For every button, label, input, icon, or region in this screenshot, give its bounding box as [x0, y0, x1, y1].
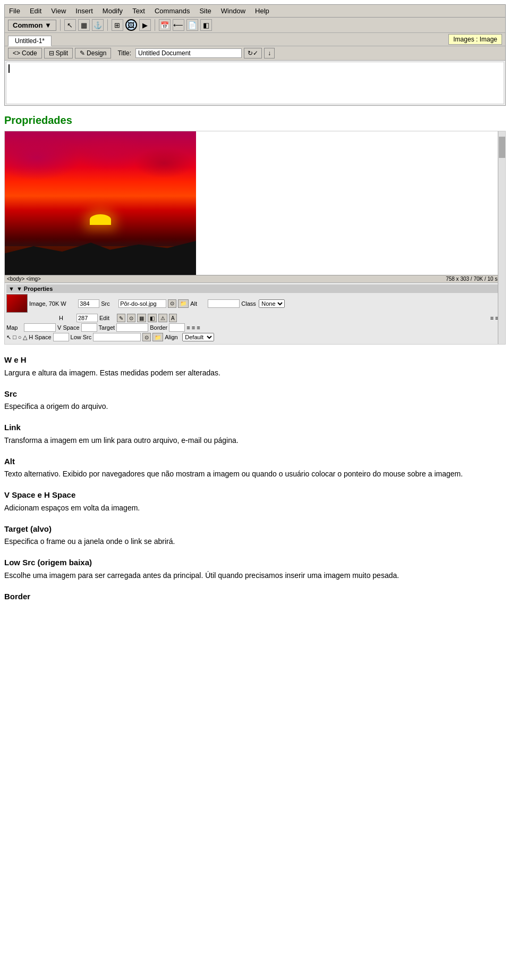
props-row-4: ↖ □ ○ △ H Space Low Src ⊙ 📁 Align Defaul… [6, 333, 504, 341]
sun-element [90, 214, 111, 225]
menu-view[interactable]: View [49, 6, 68, 16]
lowsrc-input[interactable] [93, 333, 141, 341]
alt-input[interactable] [208, 299, 240, 308]
media-icon[interactable]: ▶ [139, 19, 151, 31]
scrollbar-thumb[interactable] [499, 137, 505, 158]
map-input[interactable] [24, 323, 56, 332]
properties-panel: ▼ ▼ Properties ? Image, 70K W Src ⊙ 📁 Al… [5, 282, 505, 344]
lowsrc-browse-btn[interactable]: ⊙ [142, 333, 151, 341]
w-input[interactable] [78, 299, 99, 308]
poly-tool-icon[interactable]: △ [23, 334, 27, 341]
edit-btn-5[interactable]: ⚠ [158, 314, 167, 322]
image-icon[interactable]: 🖼 [125, 19, 137, 31]
toolbar-sep-3 [155, 19, 155, 31]
code-icon: <> [13, 49, 20, 57]
split-button[interactable]: ⊟ Split [44, 48, 73, 58]
menu-text[interactable]: Text [130, 6, 147, 16]
src-folder-btn[interactable]: 📁 [178, 299, 189, 308]
hspace-label: H Space [29, 334, 51, 340]
edit-btn-2[interactable]: ⊙ [127, 314, 135, 322]
title-input[interactable] [135, 48, 242, 58]
menu-file[interactable]: File [7, 6, 22, 16]
arrow-tool-icon[interactable]: ↖ [6, 334, 11, 341]
screenshot-container: <body> <img> 758 x 303 / 70K / 10 sec ▼ … [4, 131, 506, 345]
menu-modify[interactable]: Modify [100, 6, 125, 16]
props-row-3: Map V Space Target Border ≡ ≡ ≡ [6, 323, 504, 332]
title-label: Title: [117, 49, 131, 57]
edit-btn-4[interactable]: ◧ [148, 314, 157, 322]
menu-window[interactable]: Window [219, 6, 248, 16]
circle-tool-icon[interactable]: ○ [18, 334, 22, 340]
link-desc: Transforma a imagem em um link para outr… [4, 435, 506, 446]
border-label: Border [150, 324, 167, 331]
props-row-1: Image, 70K W Src ⊙ 📁 Alt Class None [6, 294, 504, 313]
link-title: Link [4, 422, 506, 434]
src-desc: Especifica a origem do arquivo. [4, 401, 506, 412]
document-tab[interactable]: Untitled-1* [8, 36, 52, 46]
main-toolbar: Common ▼ ↖ ▦ ⚓ ⊞ 🖼 ▶ 📅 ⟵ 📄 ◧ [5, 18, 505, 33]
menu-bar: File Edit View Insert Modify Text Comman… [5, 5, 505, 18]
hspace-input[interactable] [53, 333, 69, 341]
src-label: Src [101, 300, 117, 307]
nav-icon[interactable]: ⟵ [173, 19, 184, 31]
tab-bar: Untitled-1* Images : Image [5, 33, 505, 46]
edit-btn-1[interactable]: ✎ [117, 314, 125, 322]
grid-icon[interactable]: ⊞ [112, 19, 123, 31]
rect-tool-icon[interactable]: □ [13, 334, 16, 340]
anchor-icon[interactable]: ⚓ [92, 19, 104, 31]
map-label: Map [6, 324, 22, 331]
dimensions-display: 758 x 303 / 70K / 10 sec [446, 276, 503, 282]
design-icon: ✎ [80, 49, 85, 57]
code-button[interactable]: <> Code [8, 48, 42, 58]
props-row-2: H Edit ✎ ⊙ ▦ ◧ ⚠ A ≡ ≡ ≡ [6, 314, 504, 322]
refresh-button[interactable]: ↻✓ [244, 48, 262, 58]
lowsrc-folder-btn[interactable]: 📁 [152, 333, 163, 341]
preview-button[interactable]: ↓ [264, 48, 275, 58]
menu-insert[interactable]: Insert [73, 6, 95, 16]
alt-label: Alt [190, 300, 206, 307]
src-browse-btn[interactable]: ⊙ [168, 299, 176, 308]
design-button[interactable]: ✎ Design [75, 48, 111, 58]
menu-help[interactable]: Help [253, 6, 271, 16]
class-label: Class [241, 300, 257, 307]
target-input[interactable] [116, 323, 148, 332]
common-dropdown[interactable]: Common ▼ [8, 20, 56, 31]
clouds-overlay [5, 131, 196, 217]
toolbar-sep-2 [107, 19, 108, 31]
template-icon[interactable]: 📄 [186, 19, 198, 31]
table-icon[interactable]: ▦ [78, 19, 90, 31]
edit-btn-3[interactable]: ▦ [137, 314, 146, 322]
class-select[interactable]: None [259, 299, 285, 308]
wh-title: W e H [4, 354, 506, 366]
doc-toolbar: <> Code ⊟ Split ✎ Design Title: ↻✓ ↓ [5, 46, 505, 61]
section-heading: Propriedades [4, 114, 506, 127]
app-window: File Edit View Insert Modify Text Comman… [4, 4, 506, 106]
props-collapse-icon[interactable]: ▼ [8, 286, 14, 292]
align-select[interactable]: Default [182, 333, 214, 341]
border-input[interactable] [169, 323, 185, 332]
w-label: W [61, 300, 76, 307]
toolbar-sep-1 [60, 19, 61, 31]
src-input[interactable] [118, 299, 166, 308]
h-input[interactable] [76, 314, 98, 322]
land-element [5, 239, 196, 275]
widget-icon[interactable]: ◧ [200, 19, 212, 31]
vspace-label: V Space [57, 324, 80, 331]
sunset-image [5, 131, 196, 275]
status-bar: <body> <img> 758 x 303 / 70K / 10 sec [5, 275, 505, 282]
props-header: ▼ ▼ Properties ? [6, 284, 504, 293]
edit-label: Edit [99, 315, 115, 321]
menu-commands[interactable]: Commands [152, 6, 192, 16]
arrow-icon[interactable]: ↖ [64, 19, 76, 31]
target-label: Target [99, 324, 115, 331]
calendar-icon[interactable]: 📅 [159, 19, 171, 31]
vspace-desc: Adicionam espaços em volta da imagem. [4, 502, 506, 514]
edit-btn-6[interactable]: A [169, 314, 177, 322]
editor-area[interactable] [6, 62, 504, 104]
menu-edit[interactable]: Edit [28, 6, 44, 16]
text-cursor [8, 64, 10, 73]
vspace-input[interactable] [81, 323, 97, 332]
menu-site[interactable]: Site [197, 6, 213, 16]
scrollbar[interactable] [498, 131, 505, 344]
border-align-icons: ≡ ≡ ≡ [186, 324, 200, 331]
